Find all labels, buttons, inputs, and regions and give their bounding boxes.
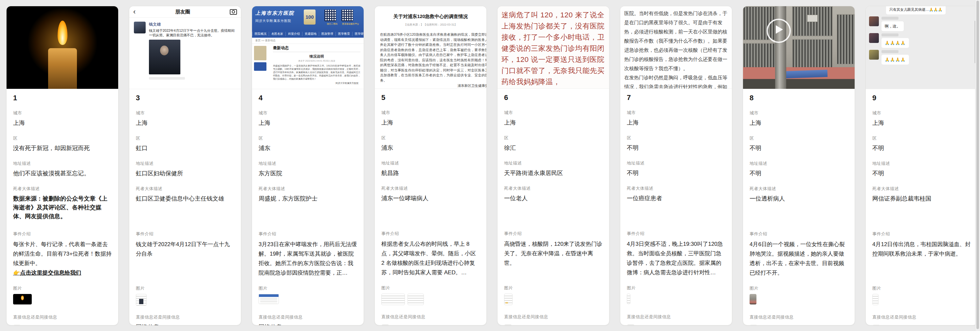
field-label-district: 区 [259,135,357,141]
chat-message: 🙏🙏🙏🙏 [866,48,977,64]
image-thumbnail[interactable] [136,294,146,306]
empty-value-pill [749,325,757,325]
event-text: 每张卡片、每行记录，代表着一条逝去的鲜活生命。目前有73+位死者！数据持续更新中… [13,241,111,267]
image-thumbnail[interactable] [627,294,630,304]
card-number: 1 [13,94,111,102]
empty-value-pill [872,325,880,325]
empty-value-pill [381,325,389,325]
field-value-event: 3月23日在家中哮喘发作，用药后无法缓解。19时，家属驾车送其就诊，被医院拒收。… [259,240,357,278]
site-sidebar [252,44,270,89]
image-thumbnail[interactable] [259,294,279,304]
field-label-event: 事件介绍 [872,231,971,237]
field-label-address: 地址描述 [259,161,357,166]
document-title: 关于对浦东120急救中心的调查情况 [380,13,481,20]
record-card-6[interactable]: 迷病危了叫 120，120 来了说全上海发热门诊都关了，没有医院接收，打了一个多… [497,6,609,325]
field-label-image: 图片 [259,285,357,291]
image-attachments [136,294,234,306]
chat-message: 🙏🙏🙏🙏 [866,31,977,48]
image-attachments [381,294,480,306]
field-label-deceased: 死者大体描述 [872,186,971,192]
nav-item[interactable]: 党建园地 [302,32,319,36]
image-attachments [504,294,603,306]
field-value-address: 他们不应该被漠视甚至忘记。 [13,169,111,178]
image-attachments [13,294,111,306]
record-card-5[interactable]: 关于对浦东120急救中心的调查情况 【信息来源：】【信息时间：2022-03-3… [374,6,487,325]
record-card-4[interactable]: 上海市东方医院 同济大学附属东方医院 100 微信二维码 患者移动服务平台 医院… [252,6,364,325]
record-card-9[interactable]: 只有其女儿眼见其病逝…🙏🙏🙏 啊，这。 🙏🙏🙏🙏 [865,6,978,325]
section-title: 最新动态 [273,45,360,52]
card-number: 8 [749,94,848,102]
back-icon[interactable]: ‹ [133,7,135,17]
image-thumbnail[interactable] [381,294,405,305]
field-value-city: 上海 [136,118,234,128]
candle-body [48,48,77,89]
field-value-address: 不明 [749,169,848,178]
field-value-district: 浦东 [259,144,357,153]
field-label-city: 城市 [627,110,725,116]
field-label-district: 区 [872,135,971,141]
field-label-direct: 直接信息还是间接信息 [136,314,234,320]
nav-item[interactable]: 名医名家 [269,32,285,36]
card-number: 5 [381,93,480,102]
vertical-scrollbar[interactable] [975,0,980,331]
field-value-district: 没有死于新冠，却因新冠而死 [13,144,111,153]
camera-icon[interactable] [230,9,237,15]
qr-label: 患者移动服务平台 [342,22,359,26]
nav-item[interactable]: 医政管理 [319,32,336,36]
cover-candle-photo [6,6,118,89]
scrollbar-thumb[interactable] [977,1,979,329]
image-thumbnail[interactable] [407,294,424,305]
field-value-district: 浦东 [381,144,480,152]
field-label-district: 区 [504,135,603,141]
record-card-7[interactable]: 医院。当时有些低烧，但是发热门诊在消杀，于是在门口的黑夜里等待了很久。可是由于有… [620,6,732,325]
field-value-city: 上海 [381,118,480,127]
field-value-deceased: 数据来源：被删除的公众号文章《上海逝者》及其评论区、各种社交媒体、网友提供信息。 [13,194,111,223]
field-label-address: 地址描述 [749,161,848,166]
avatar [869,50,879,60]
field-value-city: 上海 [13,118,111,128]
nav-item[interactable]: 医学教育 [336,32,352,36]
field-label-address: 地址描述 [13,161,111,166]
field-label-image: 图片 [504,285,603,291]
field-value-deceased: 周盛妮，东方医院护士 [259,194,357,223]
record-card-1[interactable]: 1 城市 上海 区 没有死于新冠，却因新冠而死 地址描述 他们不应该被漠视甚至忘… [6,6,118,325]
record-card-8[interactable]: 8 城市 上海 区 不明 地址描述 不明 死者大体描述 一位透析病人 事件介绍 … [743,6,855,325]
nav-item[interactable]: 医学研究 [352,32,364,36]
image-attachments [749,294,848,306]
chat-bubble: 🙏🙏🙏🙏 [881,38,909,48]
card-number: 7 [627,93,725,102]
field-value-event: 高烧昏迷，核酸阴，120来了说发热门诊关了。无奈在家中降温，在昏迷中离世。 [504,239,603,277]
image-thumbnail[interactable] [749,294,756,304]
hospital-subname: 同济大学附属东方医院 [255,19,291,23]
field-value-deceased: 网信证券副总裁韦桂国 [872,194,971,223]
field-label-direct: 直接信息还是间接信息 [749,314,848,320]
empty-value-pill [627,325,635,325]
image-thumbnail[interactable] [872,294,878,305]
field-value-event: 根据患者女儿公布的时间线，早上 8 点，其父哮喘发作、晕倒。随后，小区 2 名做… [381,239,480,277]
record-card-3[interactable]: ‹ 朋友圈 钱文雄 钱文雄于2022年4月12日下午一点十九分去世。疫情期间一切… [129,6,241,325]
nav-item[interactable]: 医院概况 [252,32,269,36]
field-value-deceased: 浦东一位哮喘病人 [381,194,480,223]
play-icon[interactable] [767,19,791,43]
field-label-address: 地址描述 [504,160,603,166]
field-value-address: 不明 [872,169,971,178]
field-value-address: 东方医院 [259,169,357,178]
image-thumbnail[interactable] [504,294,512,305]
field-label-address: 地址描述 [872,161,971,166]
card-number: 4 [259,94,357,102]
submit-info-link[interactable]: 👉点击这里提交信息给我们 [13,268,111,278]
field-label-district: 区 [13,135,111,141]
image-thumbnail[interactable] [13,294,32,304]
nav-item[interactable]: 科室介绍 [285,32,302,36]
cover-chat-screenshot: 只有其女儿眼见其病逝…🙏🙏🙏 啊，这。 🙏🙏🙏🙏 [866,6,977,89]
breadcrumb: 首页 >> 最新动态 [252,38,364,44]
field-label-event: 事件介绍 [136,231,234,237]
image-attachments [627,294,725,306]
empty-value-pill [504,325,512,325]
field-label-image: 图片 [381,285,480,291]
field-label-deceased: 死者大体描述 [627,185,725,191]
card-number: 3 [136,94,234,102]
field-label-direct: 直接信息还是间接信息 [13,314,111,320]
field-value-district: 不明 [872,144,971,153]
hospital-name: 上海市东方医院 [255,10,294,16]
